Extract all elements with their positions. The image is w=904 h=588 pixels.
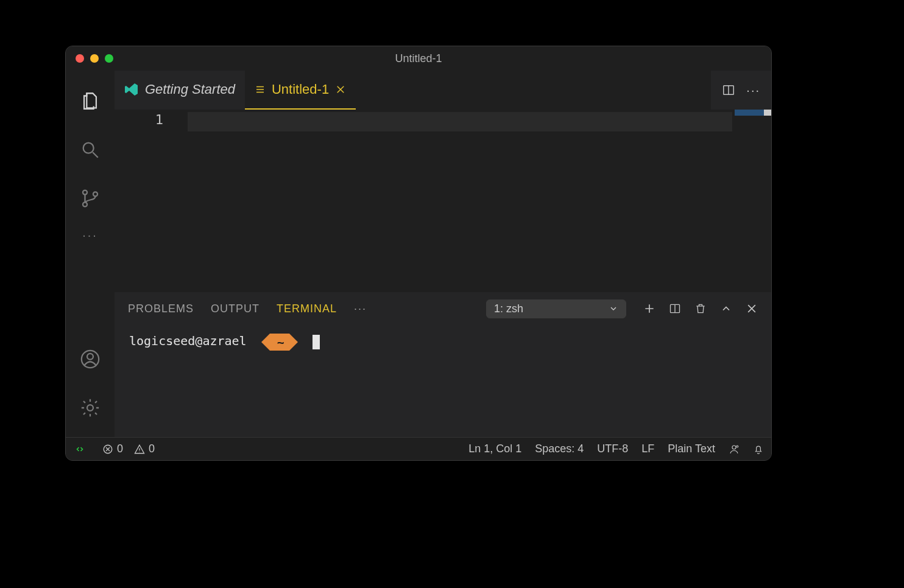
- split-editor-button[interactable]: [722, 83, 735, 97]
- close-icon: [335, 84, 346, 95]
- chevron-up-icon: [720, 303, 732, 315]
- chevron-down-icon: [609, 304, 618, 313]
- tab-label: Getting Started: [145, 82, 235, 97]
- terminal-selector-label: 1: zsh: [494, 303, 523, 315]
- close-panel-button[interactable]: [746, 303, 758, 315]
- terminal-selector[interactable]: 1: zsh: [486, 299, 626, 318]
- svg-point-5: [87, 354, 93, 360]
- new-terminal-button[interactable]: [643, 303, 655, 315]
- split-terminal-button[interactable]: [669, 303, 681, 315]
- activity-bar-overflow[interactable]: ···: [66, 223, 115, 247]
- files-icon: [80, 91, 101, 111]
- text-editor[interactable]: 1: [115, 110, 771, 292]
- editor-group: Getting Started Untitled-1 ···: [115, 71, 771, 437]
- editor-more-button[interactable]: ···: [746, 83, 760, 97]
- tabs-row: Getting Started Untitled-1 ···: [115, 71, 771, 110]
- svg-point-11: [736, 446, 738, 447]
- remote-icon: [74, 444, 85, 455]
- plus-icon: [643, 303, 655, 315]
- activity-bar: ···: [66, 71, 115, 437]
- split-icon: [669, 303, 681, 315]
- kill-terminal-button[interactable]: [694, 303, 707, 315]
- svg-point-3: [93, 192, 97, 196]
- panel-tab-output[interactable]: OUTPUT: [211, 303, 260, 315]
- warning-icon: [134, 444, 145, 455]
- warnings-button[interactable]: 0: [134, 443, 155, 455]
- error-icon: [102, 444, 113, 455]
- feedback-icon: [729, 444, 740, 455]
- maximize-panel-button[interactable]: [720, 303, 732, 315]
- current-line-highlight: [188, 112, 732, 131]
- trash-icon: [694, 303, 707, 315]
- close-tab-button[interactable]: [335, 84, 346, 95]
- source-control-tab[interactable]: [66, 174, 115, 223]
- terminal-prompt-user: logicseed@azrael: [129, 334, 247, 348]
- bottom-panel: PROBLEMS OUTPUT TERMINAL ··· 1: zsh: [115, 292, 771, 437]
- traffic-lights: [76, 54, 113, 63]
- close-window-button[interactable]: [76, 54, 84, 63]
- close-icon: [746, 303, 758, 315]
- line-number: 1: [115, 112, 163, 127]
- warnings-count: 0: [149, 443, 155, 455]
- gear-icon: [80, 397, 101, 418]
- accounts-button[interactable]: [66, 335, 115, 383]
- split-icon: [722, 83, 735, 97]
- remote-button[interactable]: [68, 444, 91, 455]
- language-mode[interactable]: Plain Text: [668, 443, 715, 455]
- tab-untitled-1[interactable]: Untitled-1: [245, 71, 356, 110]
- search-tab[interactable]: [66, 125, 115, 174]
- title-bar: Untitled-1: [66, 46, 771, 71]
- settings-button[interactable]: [66, 383, 115, 432]
- minimize-window-button[interactable]: [90, 54, 99, 63]
- cursor-position[interactable]: Ln 1, Col 1: [468, 443, 521, 455]
- svg-point-1: [83, 191, 87, 195]
- tab-label: Untitled-1: [272, 82, 329, 97]
- editor-actions: ···: [711, 71, 771, 110]
- panel-header: PROBLEMS OUTPUT TERMINAL ··· 1: zsh: [115, 292, 771, 325]
- explorer-tab[interactable]: [66, 77, 115, 125]
- errors-count: 0: [117, 443, 123, 455]
- editor-content[interactable]: [188, 110, 771, 292]
- panel-tab-terminal[interactable]: TERMINAL: [277, 303, 337, 315]
- maximize-window-button[interactable]: [105, 54, 113, 63]
- svg-point-2: [83, 202, 87, 206]
- terminal-prompt-path: ~: [270, 334, 289, 351]
- branch-icon: [80, 188, 101, 209]
- search-icon: [80, 139, 101, 160]
- status-bar: 0 0 Ln 1, Col 1 Spaces: 4 UTF-8 LF Plain…: [66, 437, 771, 460]
- bell-icon: [753, 444, 764, 455]
- notifications-button[interactable]: [753, 444, 764, 455]
- menu-icon: [255, 84, 266, 95]
- indentation[interactable]: Spaces: 4: [535, 443, 584, 455]
- svg-point-0: [83, 143, 94, 153]
- vscode-window: Untitled-1: [65, 46, 772, 461]
- tab-getting-started[interactable]: Getting Started: [115, 71, 245, 110]
- account-icon: [80, 349, 101, 369]
- minimap[interactable]: [735, 110, 771, 292]
- feedback-button[interactable]: [729, 444, 740, 455]
- eol[interactable]: LF: [641, 443, 654, 455]
- window-title: Untitled-1: [66, 52, 771, 65]
- terminal-cursor: [313, 335, 320, 349]
- svg-point-10: [732, 446, 736, 449]
- errors-button[interactable]: 0: [102, 443, 123, 455]
- vscode-icon: [124, 82, 139, 97]
- line-gutter: 1: [115, 110, 188, 292]
- panel-tab-overflow[interactable]: ···: [354, 303, 367, 315]
- svg-point-6: [87, 405, 93, 411]
- encoding[interactable]: UTF-8: [597, 443, 628, 455]
- panel-tab-problems[interactable]: PROBLEMS: [128, 303, 194, 315]
- terminal[interactable]: logicseed@azrael ~: [115, 325, 771, 437]
